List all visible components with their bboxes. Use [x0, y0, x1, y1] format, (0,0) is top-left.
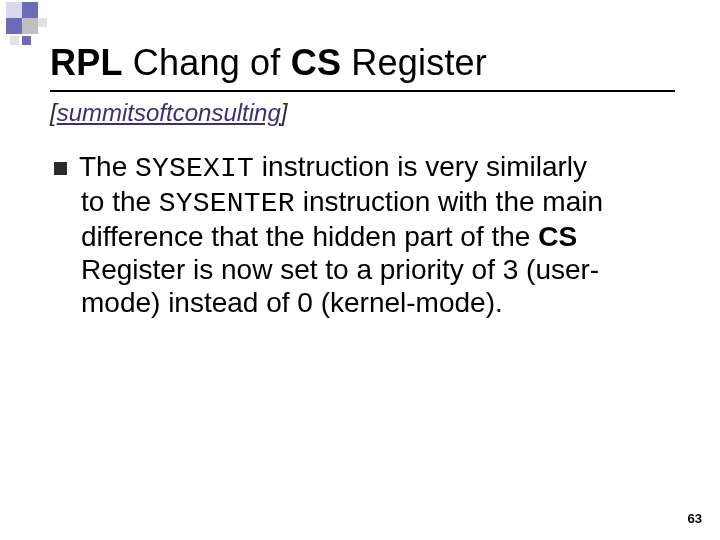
- body-text: The SYSEXIT instruction is very similarl…: [54, 150, 664, 319]
- body-line: The SYSEXIT instruction is very similarl…: [54, 150, 664, 185]
- subtitle-bracket-close: ]: [281, 99, 288, 126]
- body-line: difference that the hidden part of the C…: [54, 220, 664, 253]
- decoration-square: [22, 36, 31, 45]
- slide-title: RPL Chang of CS Register: [50, 42, 487, 84]
- subtitle-link[interactable]: summitsoftconsulting: [57, 99, 281, 126]
- body-line: to the SYSENTER instruction with the mai…: [54, 185, 664, 220]
- text: Register is now set to a priority of 3 (…: [81, 254, 599, 285]
- text: instruction with the main: [295, 186, 603, 217]
- decoration-square: [22, 18, 38, 34]
- decoration-square: [38, 18, 47, 27]
- text: difference that the hidden part of the: [81, 221, 538, 252]
- code-sysenter: SYSENTER: [159, 188, 295, 219]
- decoration-square: [10, 36, 19, 45]
- title-part: Register: [341, 42, 487, 83]
- decoration-square: [6, 18, 22, 34]
- body-line: mode) instead of 0 (kernel-mode).: [54, 286, 664, 319]
- title-part-bold: CS: [291, 42, 341, 83]
- page-number: 63: [688, 511, 702, 526]
- subtitle-bracket-open: [: [50, 99, 57, 126]
- decoration-square: [22, 2, 38, 18]
- subtitle: [summitsoftconsulting]: [50, 99, 287, 127]
- text: The: [79, 151, 135, 182]
- code-sysexit: SYSEXIT: [135, 153, 254, 184]
- text: mode) instead of 0 (kernel-mode).: [81, 287, 503, 318]
- slide: RPL Chang of CS Register [summitsoftcons…: [0, 0, 720, 540]
- body-line: Register is now set to a priority of 3 (…: [54, 253, 664, 286]
- text: to the: [81, 186, 159, 217]
- title-underline: [50, 90, 675, 92]
- title-part: Chang of: [123, 42, 291, 83]
- bullet-icon: [54, 162, 67, 175]
- text-bold-cs: CS: [538, 221, 577, 252]
- title-part-bold: RPL: [50, 42, 123, 83]
- text: instruction is very similarly: [254, 151, 587, 182]
- decoration-square: [6, 2, 22, 18]
